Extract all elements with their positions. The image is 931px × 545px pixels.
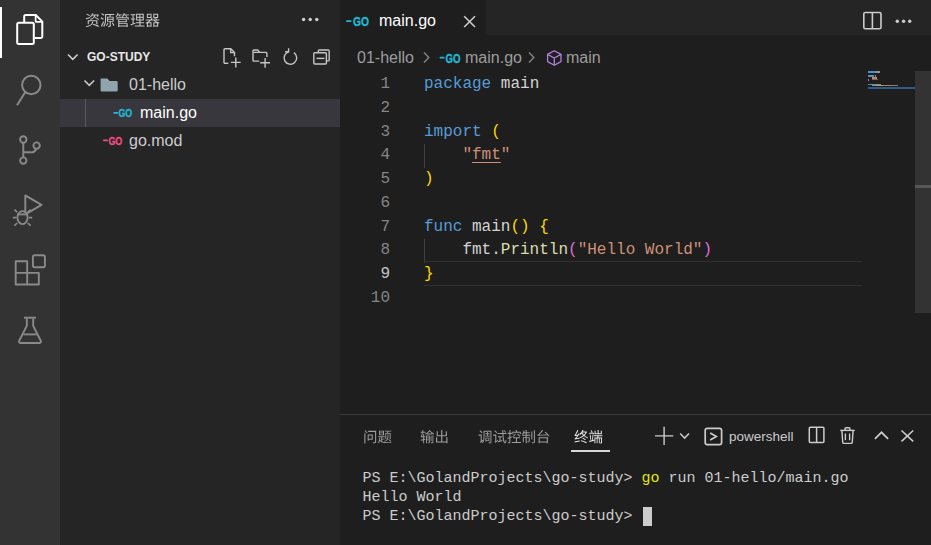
svg-text:GO: GO [118, 106, 132, 120]
svg-text:GO: GO [108, 134, 122, 148]
svg-text:GO: GO [446, 52, 461, 66]
svg-text:GO: GO [353, 15, 369, 29]
